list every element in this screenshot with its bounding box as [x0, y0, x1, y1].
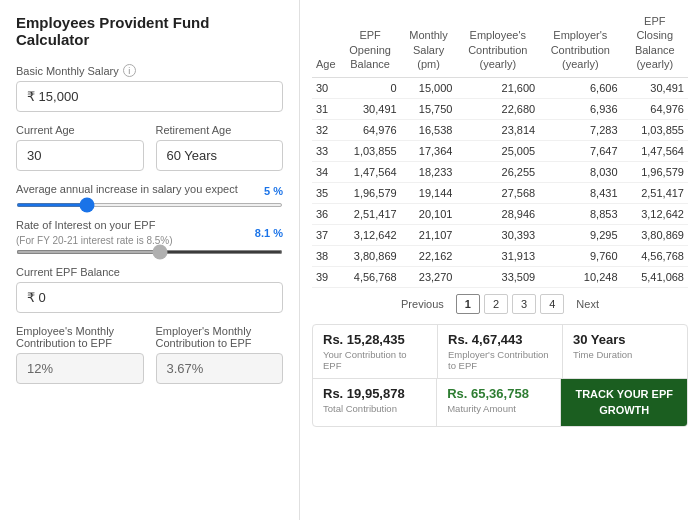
cell-employee: 28,946 — [456, 204, 539, 225]
employer-contribution-label: Employer's Contribution to EPF — [448, 349, 552, 371]
pagination: Previous 1 2 3 4 Next — [312, 294, 688, 314]
next-button[interactable]: Next — [568, 295, 607, 313]
employee-contribution-input[interactable] — [16, 353, 144, 384]
table-row: 35 1,96,579 19,144 27,568 8,431 2,51,417 — [312, 183, 688, 204]
cell-opening: 3,80,869 — [340, 246, 401, 267]
cell-age: 37 — [312, 225, 340, 246]
total-contribution-value: Rs. 19,95,878 — [323, 386, 426, 401]
employer-contribution-value: Rs. 4,67,443 — [448, 332, 552, 347]
cell-employee: 21,600 — [456, 78, 539, 99]
employer-contribution-input[interactable] — [156, 353, 284, 384]
page-4-button[interactable]: 4 — [540, 294, 564, 314]
page-title: Employees Provident Fund Calculator — [16, 14, 283, 48]
salary-increase-pct: 5 % — [264, 185, 283, 197]
cell-employee: 31,913 — [456, 246, 539, 267]
col-salary: Monthly Salary (pm) — [401, 10, 457, 78]
cell-salary: 17,364 — [401, 141, 457, 162]
cell-age: 32 — [312, 120, 340, 141]
cell-opening: 3,12,642 — [340, 225, 401, 246]
employee-contribution-value: Rs. 15,28,435 — [323, 332, 427, 347]
epf-balance-label: Current EPF Balance — [16, 266, 283, 278]
salary-increase-label: Average annual increase in salary you ex… — [16, 183, 238, 195]
col-closing: EPF Closing Balance (yearly) — [622, 10, 688, 78]
cell-employee: 27,568 — [456, 183, 539, 204]
cell-employer: 6,936 — [539, 99, 621, 120]
salary-label: Basic Monthly Salary i — [16, 64, 283, 77]
employee-contribution-label: Employee's Monthly Contribution to EPF — [16, 325, 144, 349]
cell-salary: 18,233 — [401, 162, 457, 183]
page-1-button[interactable]: 1 — [456, 294, 480, 314]
retirement-age-input[interactable] — [156, 140, 284, 171]
cell-employer: 6,606 — [539, 78, 621, 99]
cell-closing: 4,56,768 — [622, 246, 688, 267]
cell-age: 31 — [312, 99, 340, 120]
cell-employer: 9,295 — [539, 225, 621, 246]
cell-employee: 26,255 — [456, 162, 539, 183]
cell-salary: 23,270 — [401, 267, 457, 288]
cell-opening: 2,51,417 — [340, 204, 401, 225]
cell-age: 34 — [312, 162, 340, 183]
col-employer: Employer's Contribution (yearly) — [539, 10, 621, 78]
cell-opening: 30,491 — [340, 99, 401, 120]
col-opening: EPF Opening Balance — [340, 10, 401, 78]
cell-opening: 4,56,768 — [340, 267, 401, 288]
col-employee: Employee's Contribution (yearly) — [456, 10, 539, 78]
cell-employer: 9,760 — [539, 246, 621, 267]
cell-employer: 7,283 — [539, 120, 621, 141]
retirement-age-label: Retirement Age — [156, 124, 284, 136]
cell-age: 36 — [312, 204, 340, 225]
employer-contribution-label: Employer's Monthly Contribution to EPF — [156, 325, 284, 349]
cell-salary: 22,162 — [401, 246, 457, 267]
track-button[interactable]: TRACK YOUR EPF GROWTH — [561, 379, 687, 426]
cell-employer: 8,030 — [539, 162, 621, 183]
cell-closing: 1,96,579 — [622, 162, 688, 183]
cell-closing: 30,491 — [622, 78, 688, 99]
table-row: 31 30,491 15,750 22,680 6,936 64,976 — [312, 99, 688, 120]
cell-age: 30 — [312, 78, 340, 99]
page-3-button[interactable]: 3 — [512, 294, 536, 314]
cell-closing: 1,47,564 — [622, 141, 688, 162]
epf-table: Age EPF Opening Balance Monthly Salary (… — [312, 10, 688, 288]
cell-employee: 25,005 — [456, 141, 539, 162]
cell-salary: 16,538 — [401, 120, 457, 141]
cell-employer: 8,853 — [539, 204, 621, 225]
cell-closing: 3,12,642 — [622, 204, 688, 225]
cell-employer: 7,647 — [539, 141, 621, 162]
time-duration-value: 30 Years — [573, 332, 677, 347]
current-age-input[interactable] — [16, 140, 144, 171]
cell-employee: 22,680 — [456, 99, 539, 120]
salary-increase-slider[interactable] — [16, 203, 283, 207]
cell-opening: 1,47,564 — [340, 162, 401, 183]
cell-opening: 0 — [340, 78, 401, 99]
cell-employer: 8,431 — [539, 183, 621, 204]
cell-age: 38 — [312, 246, 340, 267]
table-row: 30 0 15,000 21,600 6,606 30,491 — [312, 78, 688, 99]
cell-employee: 23,814 — [456, 120, 539, 141]
cell-age: 35 — [312, 183, 340, 204]
epf-balance-input[interactable] — [16, 282, 283, 313]
interest-slider[interactable] — [16, 250, 283, 254]
cell-opening: 1,96,579 — [340, 183, 401, 204]
table-row: 38 3,80,869 22,162 31,913 9,760 4,56,768 — [312, 246, 688, 267]
interest-pct: 8.1 % — [255, 227, 283, 239]
table-row: 33 1,03,855 17,364 25,005 7,647 1,47,564 — [312, 141, 688, 162]
cell-closing: 1,03,855 — [622, 120, 688, 141]
salary-info-icon[interactable]: i — [123, 64, 136, 77]
page-2-button[interactable]: 2 — [484, 294, 508, 314]
cell-salary: 20,101 — [401, 204, 457, 225]
col-age: Age — [312, 10, 340, 78]
cell-salary: 21,107 — [401, 225, 457, 246]
bottom-summary: Rs. 15,28,435 Your Contribution to EPF R… — [312, 324, 688, 427]
cell-salary: 15,000 — [401, 78, 457, 99]
current-age-label: Current Age — [16, 124, 144, 136]
employee-contribution-label: Your Contribution to EPF — [323, 349, 427, 371]
interest-label: Rate of Interest on your EPF — [16, 219, 173, 231]
cell-closing: 5,41,068 — [622, 267, 688, 288]
cell-age: 33 — [312, 141, 340, 162]
prev-button[interactable]: Previous — [393, 295, 452, 313]
cell-closing: 64,976 — [622, 99, 688, 120]
salary-input[interactable] — [16, 81, 283, 112]
table-row: 34 1,47,564 18,233 26,255 8,030 1,96,579 — [312, 162, 688, 183]
cell-closing: 3,80,869 — [622, 225, 688, 246]
cell-salary: 19,144 — [401, 183, 457, 204]
